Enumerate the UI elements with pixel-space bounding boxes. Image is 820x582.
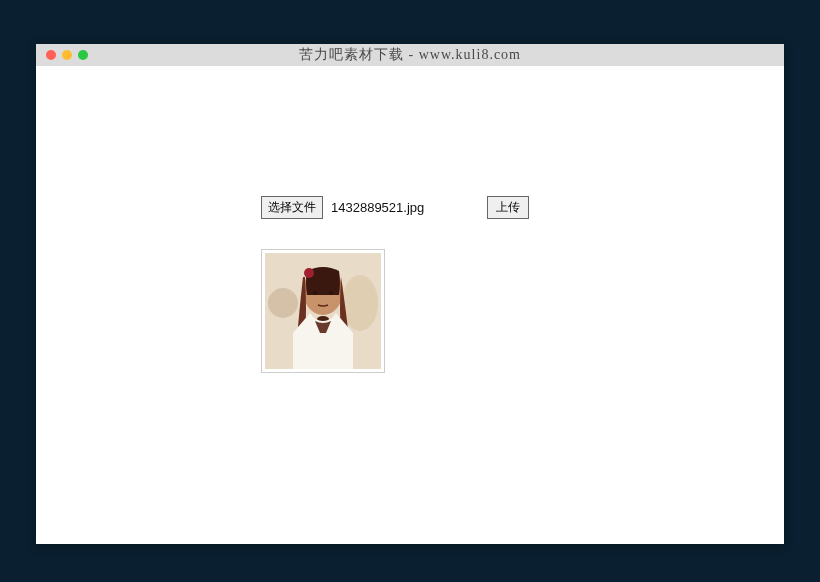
svg-point-6 xyxy=(329,291,333,295)
app-window: 苦力吧素材下载 - www.kuli8.com 选择文件 1432889521.… xyxy=(36,44,784,544)
svg-point-4 xyxy=(304,268,314,278)
content-area: 选择文件 1432889521.jpg 上传 xyxy=(36,66,784,373)
minimize-icon[interactable] xyxy=(62,50,72,60)
image-preview xyxy=(261,249,385,373)
selected-filename: 1432889521.jpg xyxy=(331,200,424,215)
titlebar: 苦力吧素材下载 - www.kuli8.com xyxy=(36,44,784,66)
svg-point-2 xyxy=(342,275,378,331)
upload-button[interactable]: 上传 xyxy=(487,196,529,219)
preview-image-icon xyxy=(265,253,381,369)
traffic-lights xyxy=(46,50,88,60)
close-icon[interactable] xyxy=(46,50,56,60)
window-title: 苦力吧素材下载 - www.kuli8.com xyxy=(46,46,774,64)
svg-point-5 xyxy=(313,291,317,295)
upload-row: 选择文件 1432889521.jpg 上传 xyxy=(261,196,559,219)
maximize-icon[interactable] xyxy=(78,50,88,60)
choose-file-button[interactable]: 选择文件 xyxy=(261,196,323,219)
svg-point-1 xyxy=(268,288,298,318)
